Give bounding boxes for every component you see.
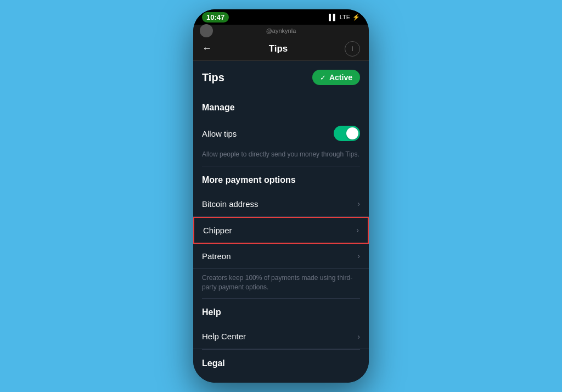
bitcoin-address-label: Bitcoin address <box>202 199 258 209</box>
active-badge-label: Active <box>329 73 352 82</box>
help-center-item[interactable]: Help Center › <box>193 324 369 349</box>
network-label: LTE <box>340 14 350 20</box>
active-check-icon: ✓ <box>320 74 326 82</box>
chevron-icon-chipper: › <box>356 226 359 234</box>
status-time: 10:47 <box>202 12 229 23</box>
allow-tips-row: Allow tips <box>193 119 369 148</box>
allow-tips-description: Allow people to directly send you money … <box>193 148 369 166</box>
phone-container: 10:47 ▌▌ LTE ⚡ @aynkynla ← Tips i Tips ✓… <box>193 9 369 383</box>
legal-section: Legal <box>193 350 369 368</box>
nav-bar: ← Tips i <box>193 37 369 61</box>
help-section-title: Help <box>202 307 360 317</box>
status-bar: 10:47 ▌▌ LTE ⚡ <box>193 9 369 25</box>
battery-icon: ⚡ <box>352 14 360 21</box>
nav-title: Tips <box>269 43 288 54</box>
chipper-label: Chipper <box>203 226 232 235</box>
back-button[interactable]: ← <box>202 43 212 54</box>
manage-section-title: Manage <box>202 103 360 113</box>
chevron-icon-patreon: › <box>357 251 360 260</box>
chevron-icon-help: › <box>357 332 360 341</box>
tips-header: Tips ✓ Active <box>193 61 369 94</box>
allow-tips-label: Allow tips <box>202 129 237 138</box>
info-button[interactable]: i <box>345 41 360 57</box>
help-section: Help <box>193 299 369 317</box>
chipper-item[interactable]: Chipper › <box>193 217 369 244</box>
payment-section: More payment options <box>193 166 369 185</box>
payment-section-title: More payment options <box>202 175 360 185</box>
legal-section-title: Legal <box>202 359 360 368</box>
patreon-item[interactable]: Patreon › <box>193 244 369 269</box>
patreon-label: Patreon <box>202 251 231 261</box>
tips-page-title: Tips <box>202 71 224 84</box>
info-icon: i <box>352 44 353 53</box>
allow-tips-toggle[interactable] <box>334 126 360 141</box>
content-area: Tips ✓ Active Manage Allow tips Allow pe… <box>193 61 369 383</box>
monetization-policy-item[interactable]: General Monetization Policy › <box>193 375 369 383</box>
active-badge: ✓ Active <box>312 70 360 85</box>
profile-bar: @aynkynla <box>193 25 369 37</box>
bitcoin-address-item[interactable]: Bitcoin address › <box>193 192 369 217</box>
manage-section: Manage <box>193 94 369 113</box>
payment-note: Creators keep 100% of payments made usin… <box>193 269 369 299</box>
chevron-icon-bitcoin: › <box>357 199 360 208</box>
status-icons: ▌▌ LTE ⚡ <box>329 14 360 21</box>
profile-username: @aynkynla <box>266 27 296 34</box>
help-center-label: Help Center <box>202 332 246 341</box>
toggle-knob <box>346 127 358 139</box>
avatar <box>200 24 213 37</box>
signal-icon: ▌▌ <box>329 14 338 20</box>
